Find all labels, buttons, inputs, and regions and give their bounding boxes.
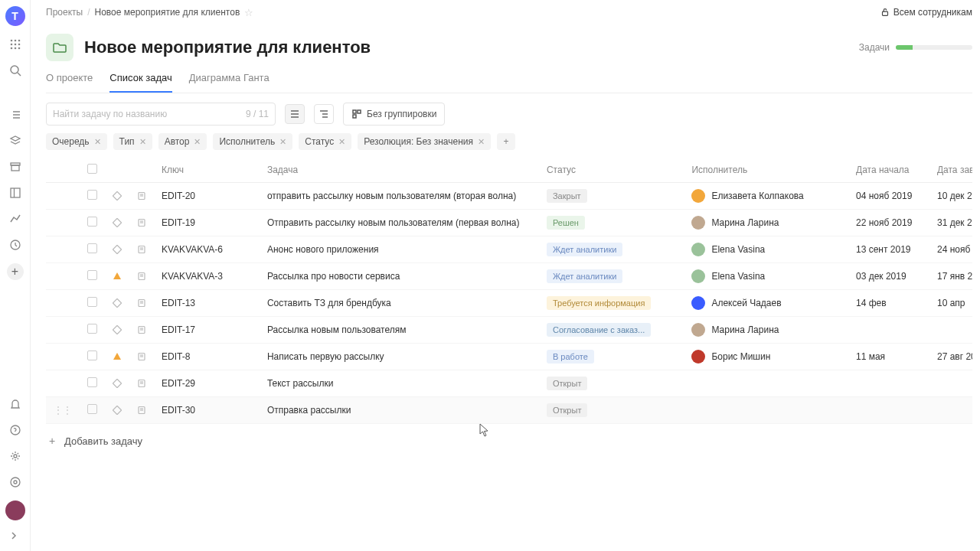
- search-icon[interactable]: [8, 63, 23, 78]
- task-title[interactable]: Написать первую рассылку: [267, 351, 384, 362]
- status-badge[interactable]: Открыт: [547, 377, 587, 390]
- table-row[interactable]: ⋮⋮EDIT-13Составить ТЗ для брендбукаТребу…: [46, 290, 972, 317]
- clock-icon[interactable]: [8, 237, 23, 253]
- add-button[interactable]: +: [7, 263, 24, 280]
- chevron-right-icon[interactable]: [9, 531, 21, 543]
- table-row[interactable]: ⋮⋮EDIT-30Отправка рассылкиОткрыт: [46, 397, 972, 424]
- task-key[interactable]: EDIT-8: [162, 351, 190, 362]
- row-checkbox[interactable]: [87, 190, 97, 200]
- status-badge[interactable]: Ждет аналитики: [547, 269, 622, 283]
- board-icon[interactable]: [8, 185, 23, 201]
- table-row[interactable]: ⋮⋮KVAKVAKVA-6Анонс нового приложенияЖдет…: [46, 236, 972, 263]
- col-end[interactable]: Дата заверш: [929, 158, 972, 183]
- assignee-cell[interactable]: Борис Мишин: [691, 350, 841, 364]
- row-checkbox[interactable]: [87, 350, 97, 360]
- close-icon[interactable]: ✕: [338, 137, 345, 147]
- bell-icon[interactable]: [8, 396, 23, 412]
- add-filter-button[interactable]: +: [497, 133, 515, 150]
- row-checkbox[interactable]: [87, 404, 97, 414]
- task-key[interactable]: KVAKVAKVA-3: [162, 271, 223, 282]
- task-title[interactable]: Отправить рассылку новым пользователям (…: [267, 217, 520, 228]
- row-checkbox[interactable]: [87, 377, 97, 387]
- status-badge[interactable]: Ждет аналитики: [547, 243, 622, 256]
- task-title[interactable]: Анонс нового приложения: [267, 244, 379, 255]
- table-row[interactable]: ⋮⋮EDIT-20отправить рассылку новым пользо…: [46, 183, 972, 210]
- search-input[interactable]: [53, 109, 246, 119]
- star-icon[interactable]: ☆: [244, 7, 253, 18]
- assignee-cell[interactable]: Алексей Чадаев: [691, 296, 841, 310]
- task-key[interactable]: EDIT-30: [162, 405, 195, 416]
- settings-icon[interactable]: [8, 474, 23, 490]
- task-key[interactable]: KVAKVAKVA-6: [162, 244, 223, 255]
- table-row[interactable]: ⋮⋮EDIT-19Отправить рассылку новым пользо…: [46, 210, 972, 236]
- status-badge[interactable]: Требуется информация: [547, 296, 651, 310]
- assignee-cell[interactable]: Марина Ларина: [691, 323, 841, 337]
- col-task[interactable]: Задача: [260, 158, 539, 183]
- visibility-button[interactable]: Всем сотрудникам: [880, 7, 972, 18]
- status-badge[interactable]: В работе: [547, 350, 594, 364]
- task-title[interactable]: Рассылка новым пользователям: [267, 324, 407, 335]
- list-icon[interactable]: [8, 107, 23, 122]
- task-title[interactable]: отправить рассылку новым пользователям (…: [267, 191, 516, 201]
- col-status[interactable]: Статус: [539, 158, 684, 183]
- col-assignee[interactable]: Исполнитель: [684, 158, 848, 183]
- row-checkbox[interactable]: [87, 270, 97, 280]
- row-checkbox[interactable]: [87, 297, 97, 307]
- close-icon[interactable]: ✕: [478, 137, 485, 147]
- status-badge[interactable]: Решен: [547, 216, 585, 230]
- view-tree-icon[interactable]: [314, 104, 334, 124]
- task-key[interactable]: EDIT-20: [162, 191, 195, 201]
- task-title[interactable]: Рассылка про новости сервиса: [267, 271, 400, 282]
- task-key[interactable]: EDIT-29: [162, 378, 195, 389]
- col-key[interactable]: Ключ: [154, 158, 260, 183]
- table-row[interactable]: ⋮⋮EDIT-17Рассылка новым пользователямСог…: [46, 317, 972, 344]
- filter-assignee[interactable]: Исполнитель✕: [213, 133, 292, 150]
- add-task-button[interactable]: + Добавить задачу: [46, 430, 972, 452]
- gear-icon[interactable]: [8, 448, 23, 464]
- view-list-icon[interactable]: [285, 104, 305, 124]
- select-all-checkbox[interactable]: [87, 164, 97, 174]
- filter-resolution[interactable]: Резолюция: Без значения✕: [358, 133, 491, 150]
- task-key[interactable]: EDIT-13: [162, 298, 195, 308]
- tab-gantt[interactable]: Диаграмма Ганта: [189, 72, 270, 93]
- assignee-cell[interactable]: Елизавета Колпакова: [691, 189, 841, 203]
- search-box[interactable]: 9 / 11: [46, 103, 276, 126]
- help-icon[interactable]: [8, 422, 23, 438]
- task-title[interactable]: Отправка рассылки: [267, 405, 351, 416]
- drag-handle-icon[interactable]: ⋮⋮: [54, 405, 72, 416]
- task-key[interactable]: EDIT-19: [162, 217, 195, 228]
- row-checkbox[interactable]: [87, 217, 97, 227]
- grouping-button[interactable]: Без группировки: [343, 103, 445, 126]
- close-icon[interactable]: ✕: [139, 137, 146, 147]
- task-key[interactable]: EDIT-17: [162, 324, 195, 335]
- status-badge[interactable]: Закрыт: [547, 189, 587, 203]
- app-logo[interactable]: T: [5, 6, 25, 26]
- layers-icon[interactable]: [8, 133, 23, 148]
- row-checkbox[interactable]: [87, 243, 97, 253]
- assignee-cell[interactable]: Elena Vasina: [691, 243, 841, 256]
- task-title[interactable]: Текст рассылки: [267, 378, 333, 389]
- filter-type[interactable]: Тип✕: [113, 133, 152, 150]
- close-icon[interactable]: ✕: [194, 137, 201, 147]
- user-avatar[interactable]: [5, 500, 25, 520]
- col-start[interactable]: Дата начала: [848, 158, 929, 183]
- filter-author[interactable]: Автор✕: [158, 133, 207, 150]
- table-row[interactable]: ⋮⋮EDIT-8Написать первую рассылкуВ работе…: [46, 344, 972, 370]
- assignee-cell[interactable]: Elena Vasina: [691, 269, 841, 283]
- filter-status[interactable]: Статус✕: [299, 133, 351, 150]
- table-row[interactable]: ⋮⋮EDIT-29Текст рассылкиОткрыт: [46, 370, 972, 397]
- tab-about[interactable]: О проекте: [46, 72, 93, 93]
- close-icon[interactable]: ✕: [94, 137, 101, 147]
- tab-task-list[interactable]: Список задач: [109, 72, 172, 93]
- table-row[interactable]: ⋮⋮KVAKVAKVA-3Рассылка про новости сервис…: [46, 263, 972, 290]
- archive-icon[interactable]: [8, 159, 23, 174]
- row-checkbox[interactable]: [87, 324, 97, 334]
- status-badge[interactable]: Согласование с заказ...: [547, 323, 651, 337]
- chart-icon[interactable]: [8, 211, 23, 227]
- task-title[interactable]: Составить ТЗ для брендбука: [267, 298, 391, 308]
- breadcrumb-root[interactable]: Проекты: [46, 7, 83, 18]
- filter-queue[interactable]: Очередь✕: [46, 133, 107, 150]
- close-icon[interactable]: ✕: [279, 137, 286, 147]
- assignee-cell[interactable]: Марина Ларина: [691, 216, 841, 230]
- apps-icon[interactable]: [8, 37, 23, 52]
